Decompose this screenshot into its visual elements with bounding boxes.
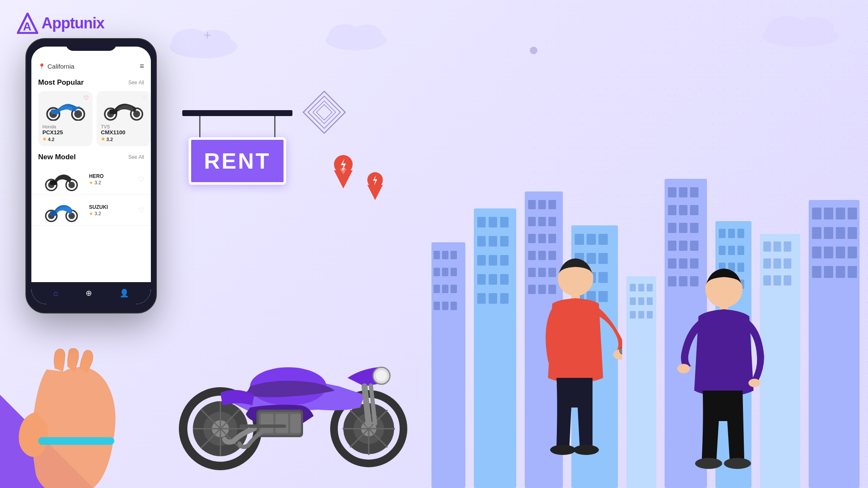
svg-rect-33 bbox=[489, 236, 497, 247]
svg-rect-94 bbox=[679, 223, 687, 233]
cloud-center bbox=[322, 21, 390, 51]
svg-text:A: A bbox=[23, 20, 31, 33]
svg-rect-130 bbox=[824, 208, 833, 219]
list-item-hero[interactable]: HERO ★ 3.2 ♡ bbox=[31, 164, 151, 195]
svg-rect-215 bbox=[38, 437, 114, 445]
honda-bike-image bbox=[42, 95, 89, 121]
most-popular-title: Most Popular bbox=[38, 78, 84, 87]
svg-rect-20 bbox=[442, 268, 448, 276]
svg-rect-29 bbox=[477, 217, 486, 227]
svg-rect-78 bbox=[638, 284, 644, 291]
svg-rect-106 bbox=[719, 229, 726, 238]
nav-search-icon[interactable]: ⊕ bbox=[86, 288, 92, 298]
svg-rect-43 bbox=[500, 293, 509, 304]
svg-rect-14 bbox=[317, 105, 332, 120]
hero-bike-image bbox=[38, 166, 85, 192]
new-model-title: New Model bbox=[38, 153, 76, 161]
rent-sign-text: RENT bbox=[204, 148, 271, 174]
svg-rect-175 bbox=[290, 414, 301, 433]
svg-rect-19 bbox=[434, 268, 440, 276]
rent-sign: RENT bbox=[189, 137, 286, 185]
svg-rect-11 bbox=[303, 92, 345, 133]
honda-rating: ★ 4.2 bbox=[42, 136, 88, 142]
svg-marker-151 bbox=[367, 185, 383, 200]
svg-rect-144 bbox=[848, 266, 857, 278]
svg-rect-132 bbox=[848, 208, 857, 219]
svg-rect-76 bbox=[626, 276, 656, 488]
svg-rect-45 bbox=[528, 200, 536, 209]
svg-rect-136 bbox=[848, 227, 857, 239]
favorite-icon-honda[interactable]: ♡ bbox=[83, 94, 89, 101]
svg-rect-133 bbox=[812, 227, 821, 239]
svg-rect-142 bbox=[824, 266, 833, 278]
svg-rect-83 bbox=[630, 311, 636, 319]
svg-rect-52 bbox=[538, 234, 546, 243]
suzuki-favorite-icon[interactable]: ♡ bbox=[138, 206, 144, 214]
svg-rect-120 bbox=[773, 241, 781, 252]
nav-home-icon[interactable]: ⌂ bbox=[53, 289, 58, 298]
suzuki-brand: SUZUKI bbox=[89, 204, 134, 210]
phone-notch bbox=[66, 39, 117, 51]
svg-rect-209 bbox=[50, 180, 57, 185]
hero-favorite-icon[interactable]: ♡ bbox=[138, 175, 144, 183]
svg-point-191 bbox=[677, 364, 690, 373]
svg-rect-42 bbox=[489, 293, 497, 304]
list-item-suzuki[interactable]: SUZUKI ★ 3.2 ♡ bbox=[31, 195, 151, 226]
rent-sign-chains bbox=[199, 116, 275, 137]
svg-point-193 bbox=[695, 458, 722, 469]
svg-rect-25 bbox=[434, 302, 440, 310]
nav-profile-icon[interactable]: 👤 bbox=[120, 288, 129, 298]
bike-card-honda[interactable]: ♡ Honda PCX125 ★ 4. bbox=[38, 91, 92, 146]
cloud-right bbox=[758, 13, 843, 47]
svg-rect-134 bbox=[824, 227, 833, 239]
svg-rect-204 bbox=[109, 109, 117, 114]
svg-rect-174 bbox=[275, 414, 288, 433]
circle-decoration bbox=[530, 47, 537, 54]
svg-rect-128 bbox=[809, 200, 860, 488]
app-location: 📍 California bbox=[38, 63, 74, 70]
svg-point-183 bbox=[550, 445, 576, 455]
tvs-brand: TVS bbox=[101, 124, 147, 129]
svg-rect-135 bbox=[836, 227, 845, 239]
svg-point-208 bbox=[68, 182, 75, 188]
svg-rect-93 bbox=[668, 223, 676, 233]
svg-rect-82 bbox=[647, 297, 653, 305]
new-model-see-all[interactable]: See All bbox=[128, 154, 144, 160]
hamburger-icon[interactable]: ≡ bbox=[139, 62, 144, 71]
svg-rect-32 bbox=[477, 236, 486, 247]
svg-rect-178 bbox=[239, 424, 286, 428]
favorite-icon-tvs[interactable]: ♡ bbox=[142, 94, 147, 101]
phone-screen: 📍 California ≡ Most Popular See All ♡ bbox=[31, 47, 151, 304]
svg-rect-18 bbox=[451, 251, 457, 259]
svg-point-194 bbox=[724, 458, 751, 469]
svg-rect-26 bbox=[442, 302, 448, 310]
location-pin-icon: 📍 bbox=[38, 63, 45, 70]
svg-rect-23 bbox=[442, 285, 448, 293]
svg-rect-140 bbox=[848, 247, 857, 258]
star-icon-hero: ★ bbox=[89, 180, 93, 186]
svg-rect-138 bbox=[824, 247, 833, 258]
svg-rect-121 bbox=[784, 241, 791, 252]
location-pin-2 bbox=[364, 169, 386, 202]
svg-rect-92 bbox=[690, 205, 698, 215]
svg-rect-46 bbox=[538, 200, 546, 209]
star-icon-tvs: ★ bbox=[101, 136, 105, 142]
svg-point-177 bbox=[376, 370, 387, 381]
svg-rect-28 bbox=[474, 208, 516, 488]
svg-rect-80 bbox=[630, 297, 636, 305]
svg-rect-48 bbox=[528, 217, 536, 226]
svg-rect-38 bbox=[477, 274, 486, 285]
svg-rect-88 bbox=[679, 187, 687, 197]
svg-rect-108 bbox=[737, 229, 744, 238]
bike-card-tvs[interactable]: ♡ TVS CMX1100 ★ 3.2 bbox=[97, 91, 151, 146]
svg-rect-53 bbox=[548, 234, 556, 243]
phone-frame: 📍 California ≡ Most Popular See All ♡ bbox=[25, 38, 157, 313]
svg-rect-15 bbox=[431, 242, 465, 488]
tvs-bike-image bbox=[101, 95, 147, 121]
svg-rect-95 bbox=[690, 223, 698, 233]
star-icon-suzuki: ★ bbox=[89, 211, 93, 216]
suzuki-bike-image bbox=[38, 197, 85, 223]
svg-rect-98 bbox=[690, 241, 698, 251]
logo-icon: A bbox=[17, 13, 38, 34]
most-popular-see-all[interactable]: See All bbox=[128, 80, 144, 86]
